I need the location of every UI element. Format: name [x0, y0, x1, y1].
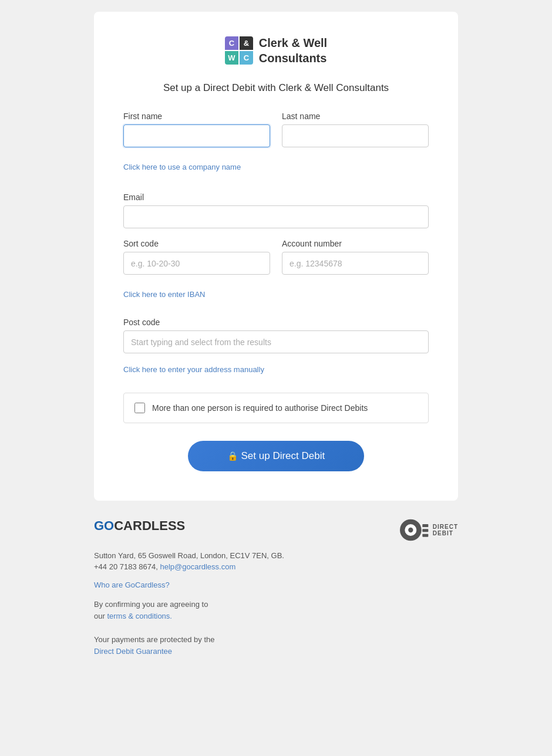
postcode-label: Post code	[123, 318, 429, 327]
authorise-checkbox[interactable]	[134, 403, 145, 413]
logo-area: C & W C Clerk & WellConsultants	[123, 35, 429, 66]
submit-button[interactable]: 🔒 Set up Direct Debit	[188, 441, 364, 471]
logo-cell-c: C	[225, 36, 238, 50]
last-name-group: Last name	[282, 112, 429, 147]
last-name-input[interactable]	[282, 124, 429, 147]
direct-debit-text: DIRECT Debit	[433, 524, 458, 536]
account-number-input[interactable]	[282, 252, 429, 275]
name-row: First name Last name	[123, 112, 429, 158]
svg-point-2	[408, 528, 413, 532]
sort-code-input[interactable]	[123, 252, 270, 275]
guarantee-link[interactable]: Direct Debit Guarantee	[94, 646, 458, 657]
footer-phone: +44 20 7183 8674	[94, 562, 156, 571]
first-name-group: First name	[123, 112, 270, 147]
account-number-group: Account number	[282, 239, 429, 275]
svg-rect-5	[422, 534, 428, 537]
email-label: Email	[123, 193, 429, 202]
main-card: C & W C Clerk & WellConsultants Set up a…	[94, 12, 458, 501]
svg-rect-3	[422, 524, 428, 527]
first-name-input[interactable]	[123, 124, 270, 147]
authorise-label: More than one person is required to auth…	[152, 403, 368, 413]
iban-link[interactable]: Click here to enter IBAN	[123, 290, 205, 299]
sort-code-group: Sort code	[123, 239, 270, 275]
sort-code-label: Sort code	[123, 239, 270, 248]
lock-icon: 🔒	[227, 451, 238, 461]
footer-contact: +44 20 7183 8674, help@gocardless.com	[94, 562, 458, 571]
footer-terms-text: By confirming you are agreeing toour ter…	[94, 599, 458, 622]
last-name-label: Last name	[282, 112, 429, 121]
first-name-label: First name	[123, 112, 270, 121]
svg-rect-4	[422, 529, 428, 532]
manual-address-link[interactable]: Click here to enter your address manuall…	[123, 365, 264, 374]
page-title: Set up a Direct Debit with Clerk & Well …	[123, 82, 429, 94]
bank-details-row: Sort code Account number	[123, 239, 429, 285]
footer-top: GOCARDLESS DIRECT Debit	[94, 518, 458, 542]
direct-debit-logo: DIRECT Debit	[400, 518, 458, 542]
postcode-input[interactable]	[123, 330, 429, 353]
terms-link[interactable]: terms & conditions.	[107, 612, 172, 620]
email-group: Email	[123, 193, 429, 228]
logo-cell-amp: &	[240, 36, 253, 50]
company-name: Clerk & WellConsultants	[259, 35, 327, 66]
email-input[interactable]	[123, 205, 429, 228]
authorise-checkbox-container: More than one person is required to auth…	[123, 393, 429, 423]
direct-debit-icon	[400, 518, 429, 542]
logo-cell-c2: C	[240, 51, 253, 65]
footer-address: Sutton Yard, 65 Goswell Road, London, EC…	[94, 551, 458, 560]
submit-label: Set up Direct Debit	[241, 450, 325, 461]
footer: GOCARDLESS DIRECT Debit Sutton Yard, 65 …	[94, 501, 458, 659]
account-number-label: Account number	[282, 239, 429, 248]
footer-guarantee-text: Your payments are protected by the Direc…	[94, 634, 458, 657]
go-text: GO	[94, 518, 114, 533]
company-name-link[interactable]: Click here to use a company name	[123, 163, 241, 171]
footer-email-link[interactable]: help@gocardless.com	[160, 562, 235, 571]
guarantee-prefix: Your payments are protected by the	[94, 635, 214, 644]
who-gocardless-link[interactable]: Who are GoCardless?	[94, 580, 458, 589]
cardless-text: CARDLESS	[114, 518, 185, 533]
logo-cell-w: W	[225, 51, 238, 65]
company-logo-grid: C & W C	[225, 36, 253, 65]
gocardless-logo: GOCARDLESS	[94, 518, 185, 534]
postcode-group: Post code	[123, 318, 429, 353]
